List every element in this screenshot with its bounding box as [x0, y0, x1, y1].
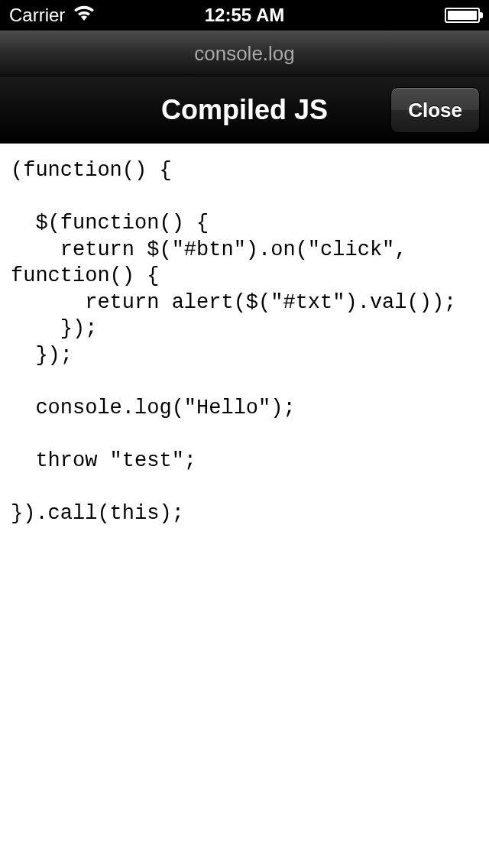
browser-title: console.log: [194, 42, 295, 66]
code-content: (function() { $(function() { return $("#…: [11, 157, 478, 527]
modal-title: Compiled JS: [161, 94, 328, 126]
close-button-label: Close: [408, 99, 462, 122]
close-button[interactable]: Close: [390, 87, 480, 133]
wifi-icon: [73, 5, 96, 26]
code-area[interactable]: (function() { $(function() { return $("#…: [0, 144, 489, 868]
battery-icon: [445, 8, 480, 23]
status-bar: Carrier 12:55 AM: [0, 0, 489, 31]
status-left: Carrier: [9, 5, 96, 26]
carrier-label: Carrier: [9, 5, 65, 26]
browser-titlebar: console.log: [0, 31, 489, 76]
modal-header: Compiled JS Close: [0, 76, 489, 144]
status-right: [445, 8, 480, 23]
